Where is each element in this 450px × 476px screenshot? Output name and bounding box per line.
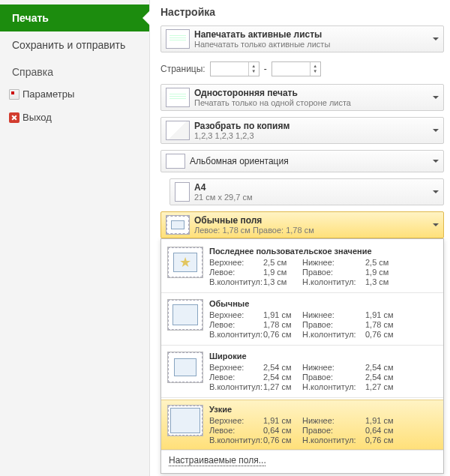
landscape-icon — [166, 154, 185, 169]
paper-size-dropdown[interactable]: A4 21 см x 29,7 см — [170, 178, 444, 205]
margins-icon — [166, 215, 190, 235]
pages-sep: - — [264, 64, 267, 74]
pages-from-input[interactable] — [211, 62, 248, 76]
option-title: Последнее пользовательское значение — [209, 247, 437, 256]
print-what-title: Напечатать активные листы — [194, 29, 330, 40]
exit-icon — [9, 112, 20, 123]
margins-normal-icon — [167, 299, 203, 331]
sidebar-item-exit[interactable]: Выход — [0, 106, 149, 129]
separator — [161, 292, 443, 293]
margins-option-custom[interactable]: Настраиваемые поля... — [161, 450, 443, 470]
sheet-icon — [166, 29, 190, 49]
separator — [161, 345, 443, 346]
orientation-dropdown[interactable]: Альбомная ориентация — [160, 150, 444, 172]
margins-option-normal[interactable]: Обычные Верхнее: 1,91 см Нижнее: 1,91 см… — [161, 295, 443, 343]
sidebar-section-help: Справка — [0, 58, 149, 82]
margins-dropdown[interactable]: Обычные поля Левое: 1,78 см Правое: 1,78… — [160, 211, 444, 238]
star-icon: ★ — [167, 247, 203, 278]
pages-to-input[interactable] — [272, 62, 310, 76]
page-icon — [175, 182, 190, 202]
duplex-title: Односторонняя печать — [194, 88, 351, 98]
chevron-down-icon — [433, 223, 439, 226]
print-what-desc: Напечатать только активные листы — [194, 40, 330, 49]
custom-margins-label: Настраиваемые поля... — [169, 455, 266, 466]
orientation-title: Альбомная ориентация — [190, 156, 289, 166]
print-what-dropdown[interactable]: Напечатать активные листы Напечатать тол… — [160, 25, 444, 52]
collate-desc: 1,2,3 1,2,3 1,2,3 — [194, 131, 290, 140]
pages-label: Страницы: — [160, 64, 206, 74]
pages-from-stepper[interactable]: ▲▼ — [210, 61, 260, 76]
chevron-down-icon — [433, 37, 439, 40]
spin-down-icon[interactable]: ▼ — [313, 69, 317, 74]
margins-option-wide[interactable]: Широкие Верхнее: 2,54 см Нижнее: 2,54 см… — [161, 347, 443, 396]
collate-icon — [166, 121, 190, 140]
sidebar-item-label: Параметры — [22, 88, 74, 100]
option-title: Обычные — [209, 299, 437, 308]
sidebar-item-print[interactable]: Печать — [0, 4, 149, 31]
margins-desc: Левое: 1,78 см Правое: 1,78 см — [194, 226, 314, 235]
duplex-dropdown[interactable]: Односторонняя печать Печатать только на … — [160, 84, 444, 111]
collate-dropdown[interactable]: Разобрать по копиям 1,2,3 1,2,3 1,2,3 — [160, 117, 444, 144]
pages-to-stepper[interactable]: ▲▼ — [272, 61, 321, 76]
chevron-down-icon — [433, 160, 439, 163]
duplex-desc: Печатать только на одной стороне листа — [194, 98, 351, 107]
print-settings-panel: Настройка Напечатать активные листы Напе… — [150, 0, 450, 476]
sidebar-item-save-send[interactable]: Сохранить и отправить — [0, 31, 149, 58]
chevron-down-icon — [433, 129, 439, 132]
paper-desc: 21 см x 29,7 см — [194, 193, 253, 202]
option-title: Узкие — [209, 405, 437, 414]
spin-down-icon[interactable]: ▼ — [251, 69, 256, 74]
option-title: Широкие — [209, 352, 437, 361]
margins-title: Обычные поля — [194, 215, 314, 226]
backstage-sidebar: Печать Сохранить и отправить Справка Пар… — [0, 0, 150, 476]
settings-heading: Настройка — [160, 6, 444, 18]
margins-option-last-custom[interactable]: ★ Последнее пользовательское значение Ве… — [161, 242, 443, 291]
margins-option-narrow[interactable]: Узкие Верхнее: 1,91 см Нижнее: 1,91 см Л… — [161, 400, 443, 450]
collate-title: Разобрать по копиям — [194, 121, 290, 131]
margins-options-popup: ★ Последнее пользовательское значение Ве… — [160, 238, 444, 474]
options-icon — [9, 89, 20, 100]
separator — [161, 397, 443, 398]
page-single-side-icon — [166, 88, 190, 107]
chevron-down-icon — [433, 190, 439, 193]
margins-narrow-icon — [167, 405, 203, 436]
paper-title: A4 — [194, 182, 253, 193]
pages-range-row: Страницы: ▲▼ - ▲▼ — [160, 61, 444, 76]
sidebar-item-options[interactable]: Параметры — [0, 82, 149, 106]
chevron-down-icon — [433, 96, 439, 99]
sidebar-item-label: Выход — [22, 112, 52, 123]
margins-wide-icon — [167, 352, 203, 383]
spin-up-icon[interactable]: ▲ — [251, 64, 256, 69]
spin-up-icon[interactable]: ▲ — [313, 64, 317, 69]
